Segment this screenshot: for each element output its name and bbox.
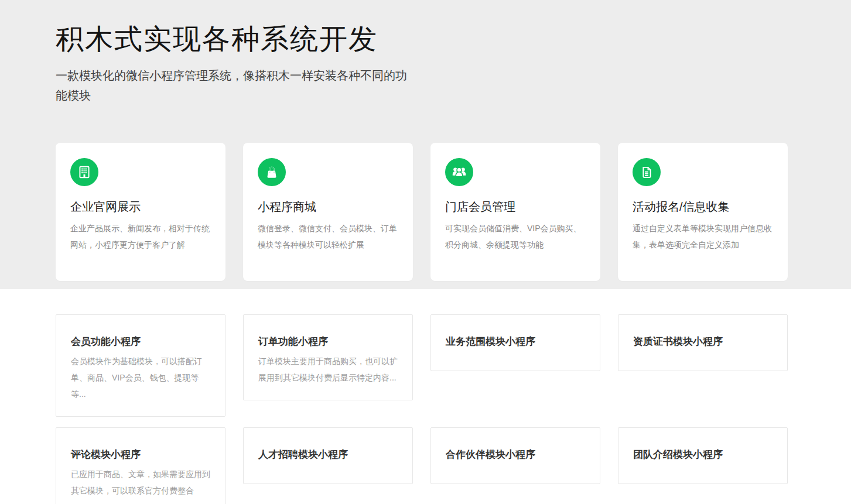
- modules-section: 会员功能小程序 会员模块作为基础模块，可以搭配订单、商品、VIP会员、钱包、提现…: [0, 289, 851, 504]
- feature-card: 门店会员管理 可实现会员储值消费、VIP会员购买、积分商城、余额提现等功能: [430, 143, 600, 281]
- page-title: 积木式实现各种系统开发: [56, 22, 788, 56]
- page-subtitle: 一款模块化的微信小程序管理系统，像搭积木一样安装各种不同的功能模块: [56, 66, 418, 105]
- module-card[interactable]: 订单功能小程序 订单模块主要用于商品购买，也可以扩展用到其它模块付费后显示特定内…: [243, 314, 413, 400]
- feature-card-description: 通过自定义表单等模块实现用户信息收集，表单选项完全自定义添加: [633, 220, 773, 253]
- feature-card-description: 企业产品展示、新闻发布，相对于传统网站，小程序更方便于客户了解: [70, 220, 211, 253]
- document-icon: [633, 158, 661, 186]
- module-card[interactable]: 合作伙伴模块小程序: [430, 427, 600, 484]
- module-card-title: 资质证书模块小程序: [633, 335, 773, 348]
- hero-section: 积木式实现各种系统开发 一款模块化的微信小程序管理系统，像搭积木一样安装各种不同…: [0, 0, 851, 289]
- feature-card-description: 微信登录、微信支付、会员模块、订单模块等各种模块可以轻松扩展: [258, 220, 398, 253]
- users-icon: [445, 158, 473, 186]
- module-card[interactable]: 评论模块小程序 已应用于商品、文章，如果需要应用到其它模块，可以联系官方付费整合: [56, 427, 225, 504]
- feature-card-title: 活动报名/信息收集: [633, 199, 773, 214]
- feature-card-description: 可实现会员储值消费、VIP会员购买、积分商城、余额提现等功能: [445, 220, 586, 253]
- module-card[interactable]: 团队介绍模块小程序: [618, 427, 788, 484]
- module-card-description: 已应用于商品、文章，如果需要应用到其它模块，可以联系官方付费整合: [71, 466, 210, 499]
- module-card-title: 业务范围模块小程序: [446, 335, 585, 348]
- feature-card-grid: 企业官网展示 企业产品展示、新闻发布，相对于传统网站，小程序更方便于客户了解 小…: [56, 143, 788, 281]
- module-card[interactable]: 业务范围模块小程序: [430, 314, 600, 371]
- module-card-description: 订单模块主要用于商品购买，也可以扩展用到其它模块付费后显示特定内容...: [258, 353, 398, 386]
- building-icon: [70, 158, 98, 186]
- module-card-description: 会员模块作为基础模块，可以搭配订单、商品、VIP会员、钱包、提现等等...: [71, 353, 210, 402]
- module-card[interactable]: 人才招聘模块小程序: [243, 427, 413, 484]
- feature-card: 小程序商城 微信登录、微信支付、会员模块、订单模块等各种模块可以轻松扩展: [243, 143, 413, 281]
- feature-card: 活动报名/信息收集 通过自定义表单等模块实现用户信息收集，表单选项完全自定义添加: [618, 143, 788, 281]
- module-card-title: 订单功能小程序: [258, 335, 398, 348]
- module-card-title: 评论模块小程序: [71, 448, 210, 461]
- module-card[interactable]: 资质证书模块小程序: [618, 314, 788, 371]
- feature-card: 企业官网展示 企业产品展示、新闻发布，相对于传统网站，小程序更方便于客户了解: [56, 143, 225, 281]
- feature-card-title: 门店会员管理: [445, 199, 586, 214]
- module-card-title: 合作伙伴模块小程序: [446, 448, 585, 461]
- module-card[interactable]: 会员功能小程序 会员模块作为基础模块，可以搭配订单、商品、VIP会员、钱包、提现…: [56, 314, 225, 417]
- module-card-title: 团队介绍模块小程序: [633, 448, 773, 461]
- shopping-bag-icon: [258, 158, 286, 186]
- feature-card-title: 企业官网展示: [70, 199, 211, 214]
- module-card-title: 人才招聘模块小程序: [258, 448, 398, 461]
- feature-card-title: 小程序商城: [258, 199, 398, 214]
- module-card-grid: 会员功能小程序 会员模块作为基础模块，可以搭配订单、商品、VIP会员、钱包、提现…: [56, 314, 788, 504]
- module-card-title: 会员功能小程序: [71, 335, 210, 348]
